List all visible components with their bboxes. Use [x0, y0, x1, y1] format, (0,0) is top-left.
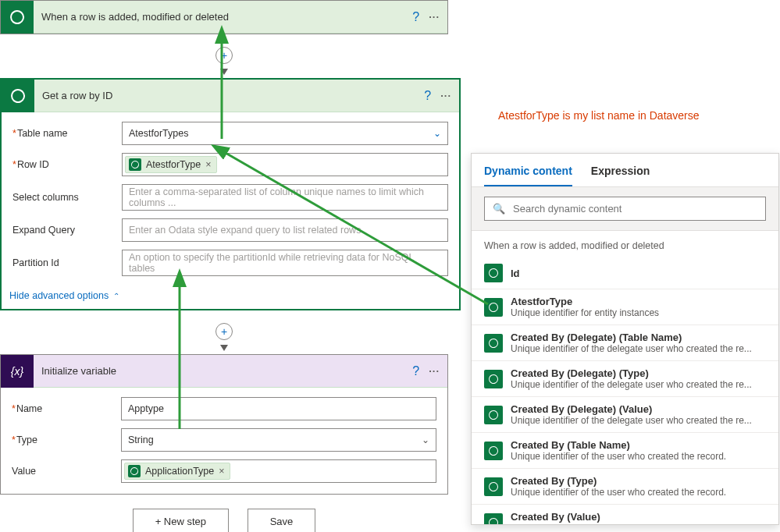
- expand-query-input[interactable]: Enter an Odata style expand query to lis…: [122, 218, 448, 242]
- init-variable-card[interactable]: {x} Initialize variable ? ··· Name Appty…: [0, 354, 448, 495]
- table-name-value: AtestforTypes: [129, 128, 188, 139]
- dataverse-icon: [484, 513, 503, 525]
- select-columns-input[interactable]: Enter a comma-separated list of column u…: [122, 184, 448, 211]
- trigger-card-title: When a row is added, modified or deleted: [34, 11, 412, 23]
- dataverse-icon: [484, 334, 503, 353]
- dynamic-content-search[interactable]: 🔍: [484, 197, 766, 221]
- chevron-down-icon: ⌄: [433, 128, 441, 139]
- var-name-label: Name: [12, 403, 121, 414]
- dataverse-icon: [484, 442, 503, 460]
- variable-connector-icon: {x}: [1, 355, 34, 388]
- var-type-label: Type: [12, 434, 121, 445]
- var-value-token-label: ApplicationType: [145, 466, 214, 477]
- table-name-label: Table name: [12, 128, 122, 139]
- dynamic-content-item[interactable]: AtestforTypeUnique identifier for entity…: [472, 289, 778, 325]
- get-row-card-title: Get a row by ID: [34, 90, 424, 101]
- search-icon: 🔍: [493, 203, 505, 215]
- dynamic-content-item-title: Created By (Delegate) (Table Name): [511, 332, 766, 343]
- tab-expression[interactable]: Expression: [591, 161, 650, 186]
- table-name-select[interactable]: AtestforTypes ⌄: [122, 122, 448, 145]
- arrow-down-icon: [220, 69, 228, 75]
- var-value-input[interactable]: ApplicationType ×: [121, 459, 436, 483]
- more-menu-icon[interactable]: ···: [429, 11, 440, 23]
- dataverse-icon: [484, 406, 503, 424]
- dataverse-icon: [484, 298, 503, 317]
- dynamic-content-search-input[interactable]: [511, 202, 757, 215]
- dynamic-content-item[interactable]: Id: [472, 257, 778, 289]
- dynamic-content-item[interactable]: Created By (Delegate) (Value)Unique iden…: [472, 397, 778, 433]
- help-icon[interactable]: ?: [424, 89, 431, 103]
- row-id-input[interactable]: AtestforType ×: [122, 153, 448, 176]
- tab-dynamic-content[interactable]: Dynamic content: [484, 161, 572, 186]
- dataverse-icon: [484, 477, 503, 496]
- dynamic-content-item-desc: Unique identifier of the user who create…: [511, 523, 766, 524]
- dynamic-content-panel: Dynamic content Expression 🔍 When a row …: [471, 153, 779, 525]
- more-menu-icon[interactable]: ···: [429, 365, 440, 377]
- dynamic-content-item-desc: Unique identifier of the delegate user w…: [511, 415, 766, 426]
- more-menu-icon[interactable]: ···: [440, 90, 451, 101]
- dynamic-content-section-title: When a row is added, modified or deleted: [472, 231, 778, 257]
- partition-id-label: Partition Id: [12, 257, 122, 268]
- dynamic-content-item[interactable]: Created By (Table Name)Unique identifier…: [472, 433, 778, 469]
- dataverse-connector-icon: [1, 1, 34, 34]
- var-value-token[interactable]: ApplicationType ×: [124, 463, 230, 480]
- dynamic-content-item[interactable]: Created By (Delegate) (Table Name)Unique…: [472, 325, 778, 361]
- row-id-token-label: AtestforType: [146, 159, 201, 170]
- dynamic-content-item[interactable]: Created By (Value)Unique identifier of t…: [472, 505, 778, 524]
- dataverse-token-icon: [129, 158, 141, 171]
- arrow-down-icon: [220, 345, 228, 351]
- token-remove-icon[interactable]: ×: [205, 159, 211, 170]
- dynamic-content-item-desc: Unique identifier of the delegate user w…: [511, 343, 766, 354]
- dynamic-content-item-desc: Unique identifier of the user who create…: [511, 487, 766, 498]
- var-name-input[interactable]: Apptype: [121, 397, 436, 420]
- get-row-card[interactable]: Get a row by ID ? ··· Table name Atestfo…: [0, 78, 461, 310]
- dataverse-icon: [484, 264, 503, 282]
- chevron-down-icon: ⌄: [422, 434, 429, 445]
- var-type-value: String: [128, 434, 154, 445]
- help-icon[interactable]: ?: [412, 10, 419, 24]
- dynamic-content-item-title: Created By (Table Name): [511, 439, 766, 451]
- partition-id-input[interactable]: An option to specify the partitionId whi…: [122, 250, 448, 276]
- token-remove-icon[interactable]: ×: [219, 466, 224, 477]
- save-button[interactable]: Save: [248, 509, 316, 532]
- row-id-token[interactable]: AtestforType ×: [125, 156, 217, 173]
- row-id-label: Row ID: [12, 159, 122, 170]
- select-columns-label: Select columns: [12, 192, 122, 203]
- dynamic-content-item[interactable]: Created By (Type)Unique identifier of th…: [472, 469, 778, 505]
- insert-step-button[interactable]: +: [215, 323, 233, 340]
- dynamic-content-item-title: Created By (Type): [511, 475, 766, 487]
- help-icon[interactable]: ?: [412, 364, 419, 378]
- dynamic-content-item-desc: Unique identifier of the user who create…: [511, 451, 766, 462]
- var-name-value: Apptype: [128, 403, 164, 414]
- dynamic-content-item-desc: Unique identifier of the delegate user w…: [511, 379, 766, 390]
- dynamic-content-item-title: Created By (Delegate) (Type): [511, 367, 766, 379]
- dataverse-icon: [484, 370, 503, 388]
- chevron-up-icon: ⌃: [113, 292, 119, 300]
- init-variable-card-title: Initialize variable: [34, 365, 412, 377]
- dataverse-connector-icon: [2, 80, 34, 112]
- dynamic-content-item[interactable]: Created By (Delegate) (Type)Unique ident…: [472, 361, 778, 397]
- trigger-card[interactable]: When a row is added, modified or deleted…: [0, 0, 448, 34]
- dataverse-token-icon: [128, 465, 141, 477]
- expand-query-label: Expand Query: [12, 225, 122, 236]
- dynamic-content-item-title: Id: [511, 268, 766, 279]
- dynamic-content-item-title: Created By (Value): [511, 511, 766, 523]
- hide-advanced-options-link[interactable]: Hide advanced options ⌃: [2, 287, 127, 309]
- annotation-text: AtestforType is my list name in Datavers…: [498, 109, 700, 122]
- dynamic-content-item-title: AtestforType: [511, 296, 766, 307]
- dynamic-content-item-desc: Unique identifier for entity instances: [511, 307, 766, 318]
- dynamic-content-item-title: Created By (Delegate) (Value): [511, 403, 766, 415]
- var-type-select[interactable]: String ⌄: [121, 428, 436, 452]
- new-step-button[interactable]: + New step: [133, 509, 229, 532]
- insert-step-button[interactable]: +: [215, 47, 233, 64]
- var-value-label: Value: [12, 466, 121, 477]
